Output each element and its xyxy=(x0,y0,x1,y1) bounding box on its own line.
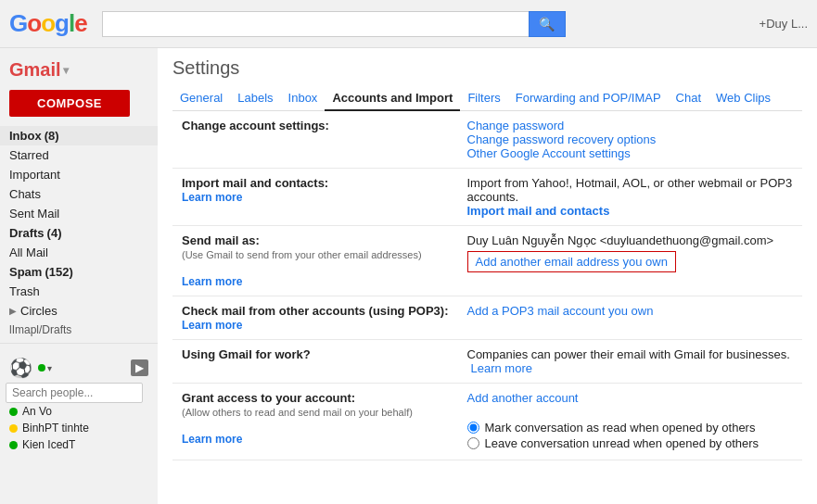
sidebar-item-inbox[interactable]: Inbox (8) xyxy=(0,126,158,145)
green-dot-icon xyxy=(38,364,45,372)
status-dropdown-icon: ▾ xyxy=(47,363,52,373)
import-mail-contacts-link[interactable]: Import mail and contacts xyxy=(467,204,610,218)
change-password-link[interactable]: Change password xyxy=(467,119,565,132)
row-content-work: Companies can power their email with Gma… xyxy=(458,340,803,384)
work-learn-more-link[interactable]: Learn more xyxy=(471,361,532,375)
contact-name-anvo: An Vo xyxy=(22,405,52,418)
sidebar-item-starred[interactable]: Starred xyxy=(0,145,158,165)
radio-row-read: Mark conversation as read when opened by… xyxy=(467,421,794,435)
row-content-import: Import from Yahoo!, Hotmail, AOL, or oth… xyxy=(458,169,803,226)
radio-read-label: Mark conversation as read when opened by… xyxy=(485,421,756,435)
status-indicator[interactable]: ▾ xyxy=(38,363,52,373)
row-label-account-settings: Change account settings: xyxy=(172,111,458,169)
radio-unread[interactable] xyxy=(467,437,479,449)
import-desc: Import from Yahoo!, Hotmail, AOL, or oth… xyxy=(467,176,793,204)
search-button[interactable]: 🔍 xyxy=(529,11,566,37)
row-content-pop3: Add a POP3 mail account you own xyxy=(458,296,803,340)
search-people[interactable] xyxy=(6,383,152,403)
send-mail-subnote: (Use Gmail to send from your other email… xyxy=(182,249,449,260)
grant-subnote: (Allow others to read and send mail on y… xyxy=(182,407,449,418)
sidebar-item-circles[interactable]: ▶ Circles xyxy=(0,301,158,321)
import-label-text: Import mail and contacts: xyxy=(182,176,328,190)
important-label: Important xyxy=(9,168,60,182)
tab-general[interactable]: General xyxy=(172,86,230,111)
row-label-import: Import mail and contacts: Learn more xyxy=(172,169,458,226)
gmail-dropdown-icon: ▾ xyxy=(63,64,69,77)
video-camera-icon[interactable]: ▶ xyxy=(131,359,148,376)
sidebar-item-sent[interactable]: Sent Mail xyxy=(0,204,158,223)
sidebar-item-important[interactable]: Important xyxy=(0,165,158,184)
tab-accounts-import[interactable]: Accounts and Import xyxy=(325,86,460,111)
circles-arrow-icon: ▶ xyxy=(9,306,17,316)
row-content-account-settings: Change password Change password recovery… xyxy=(458,111,803,169)
spam-count: (152) xyxy=(45,265,72,279)
search-people-input[interactable] xyxy=(6,383,143,403)
gmail-label[interactable]: Gmail ▾ xyxy=(0,56,158,86)
content-area: Settings General Labels Inbox Accounts a… xyxy=(158,48,817,504)
sidebar-item-allmail[interactable]: All Mail xyxy=(0,243,158,262)
add-pop3-link[interactable]: Add a POP3 mail account you own xyxy=(467,304,654,318)
table-row-send-mail: Send mail as: (Use Gmail to send from yo… xyxy=(172,226,802,296)
settings-tabs: General Labels Inbox Accounts and Import… xyxy=(172,86,802,111)
chat-status-bar: ⚽ ▾ ▶ xyxy=(6,353,152,383)
row-content-grant: Add another account Mark conversation as… xyxy=(458,384,803,460)
starred-label: Starred xyxy=(9,148,49,162)
contact-item-kien[interactable]: Kien IcedT xyxy=(6,436,152,453)
table-row-pop3: Check mail from other accounts (using PO… xyxy=(172,296,802,340)
imapl-label: lImapl/Drafts xyxy=(9,323,71,336)
settings-table: Change account settings: Change password… xyxy=(172,111,802,460)
contact-status-icon-kien xyxy=(9,441,18,449)
pop3-label-text: Check mail from other accounts (using PO… xyxy=(182,304,449,318)
table-row-account-settings: Change account settings: Change password… xyxy=(172,111,802,169)
add-another-account-link[interactable]: Add another account xyxy=(467,391,579,405)
contact-status-icon-binh xyxy=(9,424,18,433)
row-label-grant: Grant access to your account: (Allow oth… xyxy=(172,384,458,460)
table-row-grant: Grant access to your account: (Allow oth… xyxy=(172,384,802,460)
row-content-send-mail: Duy Luân Nguyễn Ngọc <duyluandethuong@gm… xyxy=(458,226,803,296)
gmail-text: Gmail xyxy=(9,59,61,81)
sidebar-item-chats[interactable]: Chats xyxy=(0,184,158,204)
sidebar-item-imapl[interactable]: lImapl/Drafts xyxy=(0,321,158,339)
radio-row-unread: Leave conversation unread when opened by… xyxy=(467,436,794,450)
tab-labels[interactable]: Labels xyxy=(230,86,280,111)
tab-webclips[interactable]: Web Clips xyxy=(708,86,778,111)
add-email-link[interactable]: Add another email address you own xyxy=(467,251,676,272)
grant-label-text: Grant access to your account: xyxy=(182,391,355,405)
grant-learn-more-link[interactable]: Learn more xyxy=(182,433,242,446)
tab-inbox[interactable]: Inbox xyxy=(281,86,326,111)
import-learn-more-link[interactable]: Learn more xyxy=(182,191,242,204)
sidebar-item-drafts[interactable]: Drafts (4) xyxy=(0,223,158,243)
tab-chat[interactable]: Chat xyxy=(669,86,708,111)
radio-read[interactable] xyxy=(467,422,479,434)
work-label-text: Using Gmail for work? xyxy=(182,347,311,361)
contact-item-binh[interactable]: BinhPT tinhte xyxy=(6,420,152,436)
inbox-label: Inbox xyxy=(9,129,42,143)
google-logo: Google xyxy=(9,9,87,38)
pop3-learn-more-link[interactable]: Learn more xyxy=(182,319,242,332)
compose-button[interactable]: COMPOSE xyxy=(9,90,130,117)
contact-item-anvo[interactable]: An Vo xyxy=(6,403,152,420)
send-mail-label-text: Send mail as: xyxy=(182,233,260,247)
table-row-import: Import mail and contacts: Learn more Imp… xyxy=(172,169,802,226)
search-input[interactable] xyxy=(102,11,529,37)
other-google-account-link[interactable]: Other Google Account settings xyxy=(467,146,631,160)
inbox-count: (8) xyxy=(45,129,59,143)
chats-label: Chats xyxy=(9,187,41,201)
contact-name-kien: Kien IcedT xyxy=(22,438,75,451)
sidebar-divider xyxy=(0,343,158,344)
table-row-work: Using Gmail for work? Companies can powe… xyxy=(172,340,802,384)
tab-filters[interactable]: Filters xyxy=(460,86,507,111)
change-password-recovery-link[interactable]: Change password recovery options xyxy=(467,132,657,146)
trash-label: Trash xyxy=(9,284,40,298)
work-desc: Companies can power their email with Gma… xyxy=(467,347,790,361)
settings-title: Settings xyxy=(172,57,802,79)
send-mail-learn-more-link[interactable]: Learn more xyxy=(182,275,242,288)
sent-label: Sent Mail xyxy=(9,207,59,220)
tab-forwarding[interactable]: Forwarding and POP/IMAP xyxy=(508,86,669,111)
sidebar-item-trash[interactable]: Trash xyxy=(0,282,158,301)
contact-name-binh: BinhPT tinhte xyxy=(22,422,89,435)
radio-unread-label: Leave conversation unread when opened by… xyxy=(485,436,760,450)
sidebar-item-spam[interactable]: Spam (152) xyxy=(0,262,158,282)
spam-label: Spam xyxy=(9,265,42,279)
allmail-label: All Mail xyxy=(9,246,48,259)
